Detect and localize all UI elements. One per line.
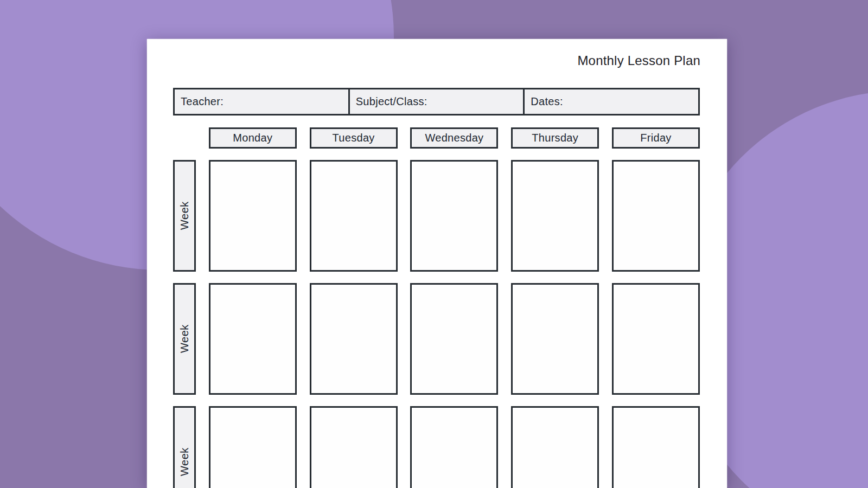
lesson-cell-week3-friday[interactable] — [612, 406, 700, 488]
teacher-field[interactable]: Teacher: — [175, 89, 348, 114]
lesson-cell-week2-wednesday[interactable] — [410, 283, 498, 395]
page-title: Monthly Lesson Plan — [577, 53, 700, 69]
lesson-cell-week3-monday[interactable] — [209, 406, 297, 488]
teacher-label: Teacher: — [181, 95, 224, 108]
dates-field[interactable]: Dates: — [523, 89, 698, 114]
subject-class-label: Subject/Class: — [356, 95, 427, 108]
lesson-cell-week1-monday[interactable] — [209, 160, 297, 272]
lesson-cell-week1-wednesday[interactable] — [410, 160, 498, 272]
day-header-tuesday: Tuesday — [310, 127, 398, 149]
week-2-label: Week — [173, 283, 196, 395]
lesson-cell-week2-friday[interactable] — [612, 283, 700, 395]
lesson-cell-week3-wednesday[interactable] — [410, 406, 498, 488]
week-3-label: Week — [173, 406, 196, 488]
lesson-plan-page: Monthly Lesson Plan Teacher: Subject/Cla… — [147, 39, 727, 488]
lesson-cell-week3-thursday[interactable] — [511, 406, 599, 488]
info-row: Teacher: Subject/Class: Dates: — [173, 88, 700, 115]
calendar-grid: Monday Tuesday Wednesday Thursday Friday… — [173, 127, 700, 488]
lesson-cell-week3-tuesday[interactable] — [310, 406, 398, 488]
background: Monthly Lesson Plan Teacher: Subject/Cla… — [0, 0, 868, 488]
lesson-cell-week1-tuesday[interactable] — [310, 160, 398, 272]
lesson-cell-week2-thursday[interactable] — [511, 283, 599, 395]
day-header-wednesday: Wednesday — [410, 127, 498, 149]
day-header-monday: Monday — [209, 127, 297, 149]
lesson-cell-week2-monday[interactable] — [209, 283, 297, 395]
lesson-cell-week1-thursday[interactable] — [511, 160, 599, 272]
week-1-label: Week — [173, 160, 196, 272]
lesson-cell-week2-tuesday[interactable] — [310, 283, 398, 395]
dates-label: Dates: — [531, 95, 563, 108]
grid-corner-spacer — [173, 127, 196, 149]
subject-class-field[interactable]: Subject/Class: — [348, 89, 524, 114]
day-header-thursday: Thursday — [511, 127, 599, 149]
lesson-cell-week1-friday[interactable] — [612, 160, 700, 272]
day-header-friday: Friday — [612, 127, 700, 149]
